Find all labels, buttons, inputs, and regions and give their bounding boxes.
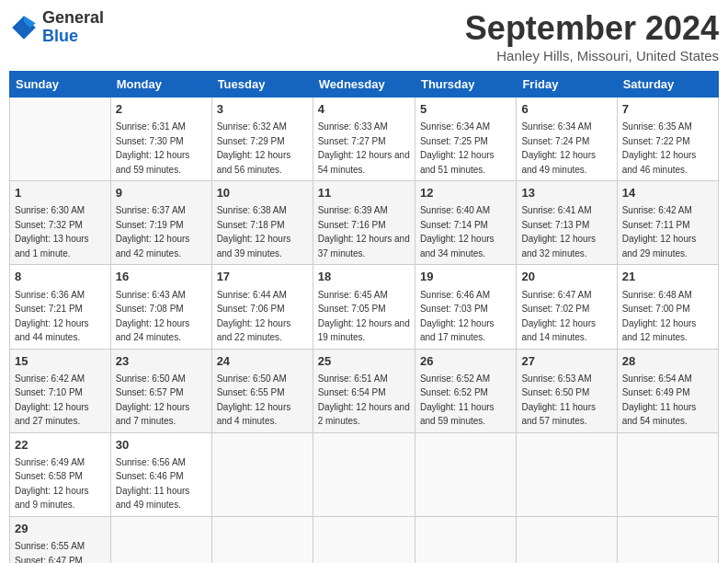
day-detail: Sunrise: 6:54 AMSunset: 6:49 PMDaylight:… (622, 373, 697, 427)
calendar-week-row: 1Sunrise: 6:30 AMSunset: 7:32 PMDaylight… (10, 181, 719, 265)
calendar-cell: 23Sunrise: 6:50 AMSunset: 6:57 PMDayligh… (110, 349, 211, 432)
calendar-cell (110, 516, 211, 563)
day-number: 10 (217, 185, 308, 201)
day-number: 14 (622, 185, 713, 201)
day-number: 24 (217, 353, 308, 370)
day-number: 3 (217, 101, 308, 118)
calendar-cell: 17Sunrise: 6:44 AMSunset: 7:06 PMDayligh… (211, 265, 313, 349)
day-number: 29 (15, 521, 106, 537)
day-detail: Sunrise: 6:50 AMSunset: 6:57 PMDaylight:… (116, 373, 190, 427)
day-number: 9 (116, 185, 207, 201)
day-detail: Sunrise: 6:43 AMSunset: 7:08 PMDaylight:… (116, 290, 190, 343)
calendar-cell (517, 432, 617, 516)
calendar-table: Sunday Monday Tuesday Wednesday Thursday… (9, 71, 719, 563)
day-number: 8 (15, 269, 106, 285)
day-number: 19 (420, 269, 511, 285)
day-number: 2 (116, 101, 207, 118)
day-detail: Sunrise: 6:35 AMSunset: 7:22 PMDaylight:… (622, 121, 697, 175)
day-detail: Sunrise: 6:47 AMSunset: 7:02 PMDaylight:… (521, 290, 596, 343)
day-number: 22 (15, 437, 106, 454)
calendar-week-row: 15Sunrise: 6:42 AMSunset: 7:10 PMDayligh… (10, 349, 719, 432)
calendar-cell (313, 432, 415, 516)
calendar-cell: 27Sunrise: 6:53 AMSunset: 6:50 PMDayligh… (517, 349, 617, 432)
col-thursday: Thursday (415, 72, 516, 98)
calendar-cell: 7Sunrise: 6:35 AMSunset: 7:22 PMDaylight… (617, 98, 718, 181)
calendar-cell: 30Sunrise: 6:56 AMSunset: 6:46 PMDayligh… (110, 432, 211, 516)
calendar-week-row: 22Sunrise: 6:49 AMSunset: 6:58 PMDayligh… (10, 432, 719, 516)
day-detail: Sunrise: 6:42 AMSunset: 7:10 PMDaylight:… (15, 373, 89, 427)
calendar-cell: 5Sunrise: 6:34 AMSunset: 7:25 PMDaylight… (415, 98, 516, 181)
day-detail: Sunrise: 6:41 AMSunset: 7:13 PMDaylight:… (521, 205, 596, 259)
calendar-cell: 8Sunrise: 6:36 AMSunset: 7:21 PMDaylight… (10, 265, 111, 349)
col-saturday: Saturday (617, 72, 718, 98)
calendar-cell: 9Sunrise: 6:37 AMSunset: 7:19 PMDaylight… (110, 181, 211, 265)
day-detail: Sunrise: 6:50 AMSunset: 6:55 PMDaylight:… (217, 373, 291, 427)
calendar-week-row: 8Sunrise: 6:36 AMSunset: 7:21 PMDaylight… (10, 265, 719, 349)
calendar-cell: 21Sunrise: 6:48 AMSunset: 7:00 PMDayligh… (617, 265, 718, 349)
day-detail: Sunrise: 6:56 AMSunset: 6:46 PMDaylight:… (116, 457, 190, 511)
calendar-cell: 28Sunrise: 6:54 AMSunset: 6:49 PMDayligh… (617, 349, 718, 432)
calendar-subtitle: Hanley Hills, Missouri, United States (465, 48, 719, 63)
day-number: 13 (521, 185, 611, 201)
calendar-cell: 20Sunrise: 6:47 AMSunset: 7:02 PMDayligh… (517, 265, 617, 349)
col-monday: Monday (110, 72, 211, 98)
calendar-cell: 24Sunrise: 6:50 AMSunset: 6:55 PMDayligh… (211, 349, 313, 432)
day-number: 4 (318, 101, 410, 118)
day-number: 21 (622, 269, 713, 285)
calendar-cell: 12Sunrise: 6:40 AMSunset: 7:14 PMDayligh… (415, 181, 516, 265)
calendar-cell (517, 516, 617, 563)
day-number: 5 (420, 101, 511, 118)
day-detail: Sunrise: 6:34 AMSunset: 7:24 PMDaylight:… (521, 121, 596, 175)
calendar-cell (313, 516, 415, 563)
calendar-cell: 15Sunrise: 6:42 AMSunset: 7:10 PMDayligh… (10, 349, 111, 432)
calendar-cell: 11Sunrise: 6:39 AMSunset: 7:16 PMDayligh… (313, 181, 415, 265)
day-detail: Sunrise: 6:34 AMSunset: 7:25 PMDaylight:… (420, 121, 495, 175)
day-detail: Sunrise: 6:52 AMSunset: 6:52 PMDaylight:… (420, 373, 495, 427)
calendar-cell (617, 432, 718, 516)
day-detail: Sunrise: 6:44 AMSunset: 7:06 PMDaylight:… (217, 290, 291, 343)
calendar-cell: 25Sunrise: 6:51 AMSunset: 6:54 PMDayligh… (313, 349, 415, 432)
calendar-cell: 2Sunrise: 6:31 AMSunset: 7:30 PMDaylight… (110, 98, 211, 181)
day-number: 28 (622, 353, 713, 370)
day-detail: Sunrise: 6:37 AMSunset: 7:19 PMDaylight:… (116, 205, 190, 259)
col-tuesday: Tuesday (211, 72, 313, 98)
calendar-cell: 1Sunrise: 6:30 AMSunset: 7:32 PMDaylight… (10, 181, 111, 265)
calendar-cell (211, 432, 313, 516)
calendar-cell: 29Sunrise: 6:55 AMSunset: 6:47 PMDayligh… (10, 516, 111, 563)
calendar-title: September 2024 (465, 9, 719, 48)
calendar-cell: 10Sunrise: 6:38 AMSunset: 7:18 PMDayligh… (211, 181, 313, 265)
calendar-cell (415, 516, 516, 563)
page-header: General Blue September 2024 Hanley Hills… (9, 9, 719, 63)
day-detail: Sunrise: 6:48 AMSunset: 7:00 PMDaylight:… (622, 290, 697, 343)
col-friday: Friday (517, 72, 617, 98)
calendar-cell: 22Sunrise: 6:49 AMSunset: 6:58 PMDayligh… (10, 432, 111, 516)
day-detail: Sunrise: 6:51 AMSunset: 6:54 PMDaylight:… (318, 373, 410, 427)
calendar-cell: 14Sunrise: 6:42 AMSunset: 7:11 PMDayligh… (617, 181, 718, 265)
general-blue-icon (9, 13, 39, 42)
day-number: 27 (521, 353, 611, 370)
day-detail: Sunrise: 6:36 AMSunset: 7:21 PMDaylight:… (15, 290, 89, 343)
logo: General Blue (9, 9, 104, 46)
day-number: 1 (15, 185, 106, 201)
day-number: 12 (420, 185, 511, 201)
day-detail: Sunrise: 6:32 AMSunset: 7:29 PMDaylight:… (217, 121, 291, 175)
calendar-cell: 6Sunrise: 6:34 AMSunset: 7:24 PMDaylight… (517, 98, 617, 181)
calendar-week-row: 29Sunrise: 6:55 AMSunset: 6:47 PMDayligh… (10, 516, 719, 563)
day-detail: Sunrise: 6:45 AMSunset: 7:05 PMDaylight:… (318, 290, 410, 343)
calendar-cell (617, 516, 718, 563)
calendar-cell (415, 432, 516, 516)
title-block: September 2024 Hanley Hills, Missouri, U… (465, 9, 719, 63)
calendar-cell: 18Sunrise: 6:45 AMSunset: 7:05 PMDayligh… (313, 265, 415, 349)
day-detail: Sunrise: 6:30 AMSunset: 7:32 PMDaylight:… (15, 205, 89, 259)
day-detail: Sunrise: 6:46 AMSunset: 7:03 PMDaylight:… (420, 290, 495, 343)
day-detail: Sunrise: 6:33 AMSunset: 7:27 PMDaylight:… (318, 121, 410, 175)
calendar-cell (211, 516, 313, 563)
day-number: 11 (318, 185, 410, 201)
calendar-cell: 16Sunrise: 6:43 AMSunset: 7:08 PMDayligh… (110, 265, 211, 349)
calendar-cell: 4Sunrise: 6:33 AMSunset: 7:27 PMDaylight… (313, 98, 415, 181)
day-number: 7 (622, 101, 713, 118)
day-number: 17 (217, 269, 308, 285)
day-detail: Sunrise: 6:40 AMSunset: 7:14 PMDaylight:… (420, 205, 495, 259)
calendar-week-row: 2Sunrise: 6:31 AMSunset: 7:30 PMDaylight… (10, 98, 719, 181)
day-detail: Sunrise: 6:55 AMSunset: 6:47 PMDaylight:… (15, 541, 89, 563)
